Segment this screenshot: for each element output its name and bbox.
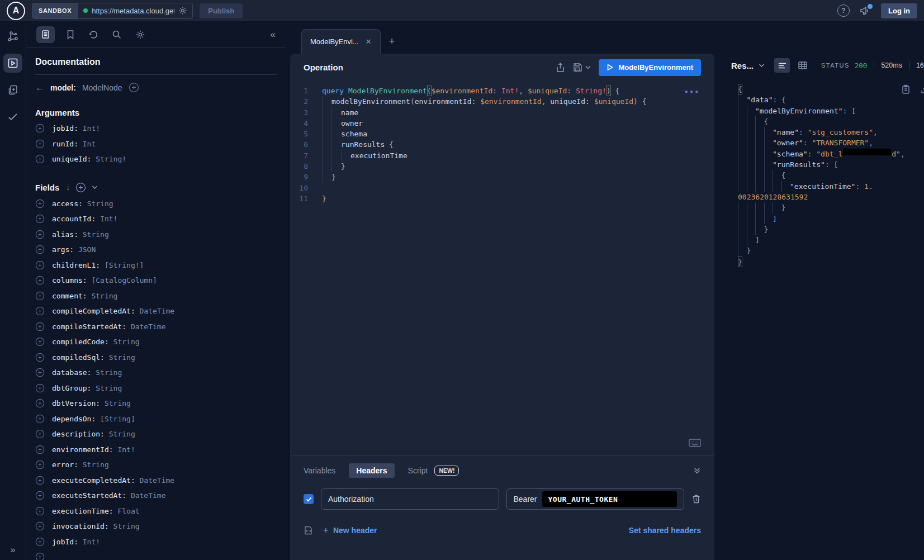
field-row[interactable]: comment: String	[35, 288, 277, 304]
add-field-icon[interactable]	[35, 214, 45, 224]
table-view-icon[interactable]	[795, 58, 811, 73]
add-field-icon[interactable]	[35, 506, 45, 516]
add-field-icon[interactable]	[35, 537, 45, 547]
sort-fields-icon[interactable]: ↓	[66, 183, 70, 192]
login-button[interactable]: Log in	[881, 3, 917, 18]
field-row[interactable]: alias: String	[35, 227, 277, 243]
fields-options-chevron-icon[interactable]	[92, 185, 98, 189]
help-icon[interactable]: ?	[837, 4, 850, 17]
add-field-icon[interactable]	[35, 337, 45, 347]
add-field-icon[interactable]	[35, 414, 45, 424]
field-row[interactable]: description: String	[35, 426, 277, 442]
saved-collections-bookmark-icon[interactable]	[66, 30, 75, 40]
argument-row[interactable]: jobId: Int!	[35, 121, 277, 136]
tab-script[interactable]: Script	[408, 466, 428, 475]
operation-more-icon[interactable]: •••	[684, 87, 700, 98]
field-row[interactable]: jobId: Int!	[35, 534, 277, 550]
field-row[interactable]: compileStartedAt: DateTime	[35, 319, 277, 335]
model-type[interactable]: ModelNode	[82, 83, 122, 92]
add-field-icon[interactable]	[35, 124, 45, 133]
add-field-icon[interactable]	[35, 491, 45, 500]
response-title[interactable]: Res...	[731, 61, 754, 70]
add-field-icon[interactable]	[35, 398, 45, 408]
response-dropdown-chevron-icon[interactable]	[759, 63, 765, 68]
add-field-icon[interactable]	[35, 139, 45, 149]
header-value-input[interactable]: Bearer YOUR_AUTH_TOKEN	[506, 488, 685, 510]
add-field-icon[interactable]	[35, 260, 45, 270]
field-row[interactable]: dbtGroup: String	[35, 381, 277, 396]
field-row[interactable]: childrenL1: [String!]	[35, 258, 277, 273]
run-operation-button[interactable]: ModelByEnvironment	[599, 59, 701, 76]
environment-variables-icon[interactable]	[304, 525, 314, 535]
add-field-icon[interactable]	[35, 245, 45, 254]
endpoint-url-box[interactable]: https://metadata.cloud.get	[78, 3, 192, 18]
raw-view-icon[interactable]	[774, 58, 790, 73]
add-field-icon[interactable]	[35, 353, 45, 362]
add-field-icon[interactable]	[35, 322, 45, 331]
add-field-icon[interactable]	[35, 476, 45, 485]
add-model-icon[interactable]	[129, 82, 139, 93]
collapse-docs-icon[interactable]: «	[271, 29, 276, 40]
operation-tab[interactable]: ModelByEnvi... ✕	[301, 29, 381, 54]
copy-response-icon[interactable]	[902, 84, 910, 94]
close-tab-icon[interactable]: ✕	[366, 37, 372, 46]
add-field-icon[interactable]	[35, 306, 45, 316]
tab-variables[interactable]: Variables	[304, 466, 335, 475]
explorer-nav-icon[interactable]	[3, 54, 22, 73]
field-row[interactable]: dbtVersion: String	[35, 396, 277, 411]
auth-token-chip[interactable]: YOUR_AUTH_TOKEN	[542, 491, 677, 507]
field-row[interactable]: args: JSON	[35, 242, 277, 258]
search-icon[interactable]	[112, 30, 122, 40]
announcements-megaphone-icon[interactable]	[860, 6, 871, 16]
keyboard-shortcuts-icon[interactable]	[689, 439, 701, 447]
query-editor[interactable]: ••• 1query ModelByEnvironment($environme…	[290, 81, 714, 455]
share-operation-icon[interactable]	[556, 63, 565, 73]
set-shared-headers-button[interactable]: Set shared headers	[629, 526, 701, 535]
field-row[interactable]: compileCompletedAt: DateTime	[35, 303, 277, 319]
field-row[interactable]: accountId: Int!	[35, 211, 277, 227]
add-field-icon[interactable]	[35, 460, 45, 469]
operation-collections-icon[interactable]	[7, 84, 19, 96]
add-field-icon[interactable]	[35, 383, 45, 393]
tab-headers[interactable]: Headers	[349, 463, 394, 478]
add-all-fields-icon[interactable]	[75, 182, 86, 193]
field-row[interactable]: compiledCode: String	[35, 334, 277, 350]
field-row[interactable]: compiledSql: String	[35, 350, 277, 366]
add-field-icon[interactable]	[35, 552, 45, 560]
new-tab-icon[interactable]: +	[389, 35, 395, 48]
argument-row[interactable]: uniqueId: String!	[35, 151, 277, 167]
publish-button[interactable]: Publish	[200, 3, 243, 18]
field-row[interactable]: executeCompletedAt: DateTime	[35, 473, 277, 488]
field-row[interactable]: dependsOn: [String]	[35, 411, 277, 427]
add-field-icon[interactable]	[35, 521, 45, 531]
add-field-icon[interactable]	[35, 291, 45, 301]
delete-header-icon[interactable]	[691, 494, 701, 504]
header-enabled-checkbox[interactable]	[304, 494, 314, 504]
add-field-icon[interactable]	[35, 154, 45, 164]
back-arrow-icon[interactable]: ←	[35, 83, 44, 93]
field-row[interactable]: executeStartedAt: DateTime	[35, 488, 277, 504]
field-row[interactable]: access: String	[35, 196, 277, 212]
expand-rail-icon[interactable]: »	[10, 544, 15, 556]
add-field-icon[interactable]	[35, 445, 45, 454]
schema-graph-icon[interactable]	[7, 30, 19, 42]
settings-gear-icon[interactable]	[135, 30, 145, 40]
header-name-input[interactable]: Authorization	[321, 488, 499, 510]
field-row[interactable]: executionTime: Float	[35, 504, 277, 519]
endpoint-settings-gear-icon[interactable]	[178, 6, 187, 15]
argument-row[interactable]: runId: Int	[35, 136, 277, 152]
add-field-icon[interactable]	[35, 276, 45, 285]
download-response-icon[interactable]	[921, 84, 924, 94]
endpoint-url[interactable]: https://metadata.cloud.get	[92, 7, 174, 15]
new-header-button[interactable]: + New header	[323, 525, 377, 536]
history-icon[interactable]	[88, 30, 98, 40]
add-field-icon[interactable]	[35, 230, 45, 239]
field-row[interactable]: columns: [CatalogColumn]	[35, 273, 277, 288]
add-field-icon[interactable]	[35, 368, 45, 377]
field-row[interactable]	[35, 549, 277, 560]
add-field-icon[interactable]	[35, 429, 45, 439]
apollo-logo[interactable]: A	[7, 2, 25, 20]
save-operation-icon[interactable]	[573, 63, 591, 72]
checks-icon[interactable]	[7, 111, 19, 123]
field-row[interactable]: error: String	[35, 457, 277, 473]
